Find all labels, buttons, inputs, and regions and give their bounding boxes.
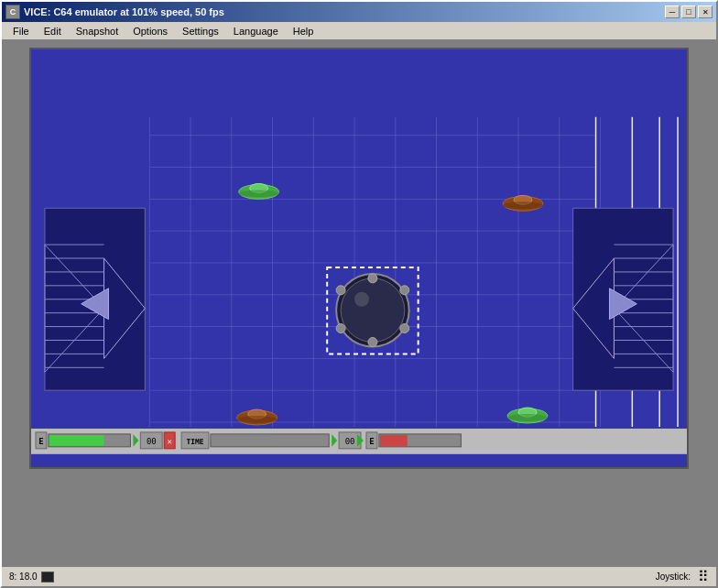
window-title: VICE: C64 emulator at 101% speed, 50 fps [24, 6, 224, 17]
svg-point-57 [341, 278, 405, 343]
svg-point-64 [336, 286, 345, 295]
menu-language[interactable]: Language [226, 24, 286, 38]
game-container: E 00 ✕ TIME [9, 48, 709, 559]
game-scene: E 00 ✕ TIME [31, 49, 687, 467]
svg-point-67 [239, 190, 279, 197]
menu-bar: File Edit Snapshot Options Settings Lang… [2, 22, 716, 40]
status-left: 8: 18.0 [9, 572, 54, 583]
svg-point-73 [237, 416, 277, 423]
svg-text:E: E [369, 437, 374, 446]
svg-text:✕: ✕ [167, 437, 171, 446]
menu-settings[interactable]: Settings [175, 24, 226, 38]
svg-point-59 [368, 274, 377, 283]
content-area: E 00 ✕ TIME [2, 40, 716, 566]
maximize-button[interactable] [681, 5, 696, 18]
joystick-label: Joystick: [656, 572, 691, 582]
svg-point-76 [507, 414, 548, 421]
svg-text:00: 00 [147, 437, 157, 446]
svg-text:00: 00 [345, 437, 355, 446]
joystick-icon: ⠿ [698, 568, 709, 585]
svg-point-60 [400, 286, 409, 295]
svg-text:TIME: TIME [186, 438, 203, 446]
menu-help[interactable]: Help [286, 24, 321, 38]
status-bar: 8: 18.0 Joystick: ⠿ [2, 566, 716, 586]
menu-options[interactable]: Options [125, 24, 175, 38]
svg-rect-81 [49, 435, 104, 446]
game-screen: E 00 ✕ TIME [29, 48, 689, 469]
app-icon: C [5, 5, 20, 19]
svg-text:E: E [38, 437, 43, 446]
svg-rect-90 [212, 435, 276, 446]
status-right: Joystick: ⠿ [656, 568, 709, 585]
svg-point-61 [400, 324, 409, 333]
menu-file[interactable]: File [5, 24, 37, 38]
minimize-button[interactable] [665, 5, 680, 18]
color-swatch [41, 572, 54, 583]
menu-snapshot[interactable]: Snapshot [69, 24, 125, 38]
title-buttons [665, 5, 713, 18]
svg-point-62 [368, 338, 377, 347]
title-bar-left: C VICE: C64 emulator at 101% speed, 50 f… [5, 5, 224, 19]
svg-point-63 [336, 324, 345, 333]
close-button[interactable] [698, 5, 713, 18]
menu-edit[interactable]: Edit [37, 24, 69, 38]
svg-point-70 [503, 201, 543, 209]
svg-rect-98 [380, 435, 408, 446]
position-text: 8: 18.0 [9, 572, 38, 582]
main-window: C VICE: C64 emulator at 101% speed, 50 f… [0, 0, 718, 588]
svg-point-58 [354, 292, 369, 307]
title-bar: C VICE: C64 emulator at 101% speed, 50 f… [2, 2, 716, 22]
